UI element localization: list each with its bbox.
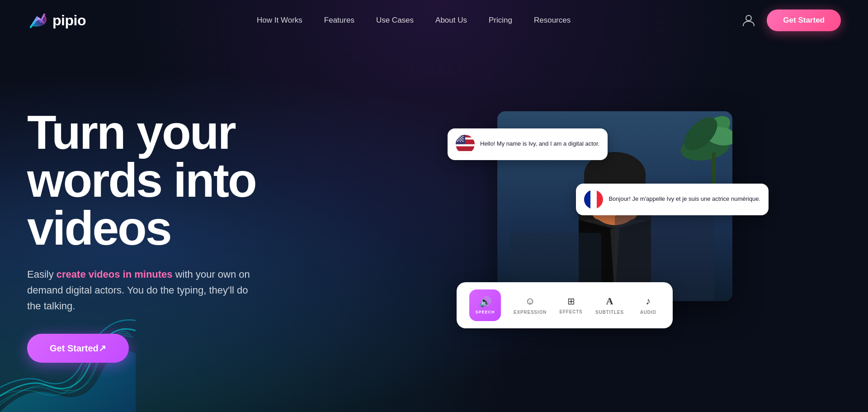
subtitles-label: SUBTITLES (595, 310, 624, 315)
hero-section: Turn your words into videos Easily creat… (0, 41, 868, 412)
audio-label: AUDIO (640, 310, 656, 315)
svg-point-26 (460, 136, 461, 137)
nav-use-cases[interactable]: Use Cases (376, 16, 414, 24)
nav-right: Get Started (741, 9, 841, 31)
expression-control[interactable]: ☺ EXPRESSION (514, 295, 547, 315)
expression-icon: ☺ (525, 295, 535, 307)
hero-cta-label: Get Started↗ (50, 343, 106, 354)
logo[interactable]: pipio (27, 10, 86, 31)
speech-button[interactable]: 🔊 SPEECH (469, 289, 501, 321)
svg-rect-22 (456, 151, 475, 154)
hero-cta-button[interactable]: Get Started↗ (27, 334, 129, 363)
hero-right: Hello! My name is Ivy, and I am a digita… (371, 50, 841, 412)
audio-icon: ♪ (646, 295, 651, 307)
hero-subtitle-before: Easily (27, 269, 57, 280)
expression-label: EXPRESSION (514, 310, 547, 315)
effects-label: EFFECTS (559, 309, 582, 314)
hero-subtitle-highlight: create videos in minutes (57, 269, 173, 280)
controls-bar: 🔊 SPEECH ☺ EXPRESSION ⊞ EFFECTS A SUBTIT… (457, 282, 673, 328)
hero-left: Turn your words into videos Easily creat… (27, 99, 371, 363)
hero-title-line1: Turn your (27, 105, 235, 159)
svg-point-32 (460, 140, 461, 141)
hero-title-line2: words into (27, 153, 256, 207)
speech-icon: 🔊 (479, 296, 491, 308)
svg-point-29 (460, 138, 461, 139)
logo-icon (27, 10, 48, 31)
us-flag (456, 135, 475, 154)
navbar: pipio How It Works Features Use Cases Ab… (0, 0, 868, 41)
svg-point-34 (458, 137, 459, 138)
hero-subtitle: Easily create videos in minutes with you… (27, 266, 253, 314)
nav-cta-button[interactable]: Get Started (767, 9, 841, 31)
svg-rect-20 (456, 144, 475, 147)
nav-about-us[interactable]: About Us (435, 16, 467, 24)
svg-point-25 (457, 136, 458, 137)
svg-point-30 (462, 138, 463, 139)
speech-label: SPEECH (475, 310, 495, 314)
svg-point-36 (458, 139, 459, 140)
bubble-french-content: Bonjour! Je m'appelle Ivy et je suis une… (609, 195, 760, 203)
nav-how-it-works[interactable]: How It Works (257, 16, 302, 24)
svg-point-37 (461, 139, 462, 140)
bubble-en-content: Hello! My name is Ivy, and I am a digita… (480, 140, 599, 148)
bubble-english: Hello! My name is Ivy, and I am a digita… (448, 128, 608, 160)
subtitles-icon: A (606, 295, 613, 307)
svg-rect-21 (456, 147, 475, 150)
nav-pricing[interactable]: Pricing (489, 16, 512, 24)
svg-point-28 (457, 138, 458, 139)
bubble-fr-text: Bonjour! Je m'appelle Ivy et je suis une… (609, 195, 760, 203)
subtitles-control[interactable]: A SUBTITLES (595, 295, 624, 315)
video-mockup: Hello! My name is Ivy, and I am a digita… (479, 111, 732, 365)
nav-features[interactable]: Features (324, 16, 354, 24)
fr-flag (584, 190, 603, 209)
svg-rect-40 (590, 190, 597, 209)
svg-rect-39 (584, 190, 590, 209)
hero-title: Turn your words into videos (27, 108, 371, 252)
bubble-french: Bonjour! Je m'appelle Ivy et je suis une… (576, 184, 769, 215)
svg-point-27 (462, 136, 463, 137)
audio-control[interactable]: ♪ AUDIO (637, 295, 660, 315)
svg-point-33 (462, 140, 463, 141)
effects-icon: ⊞ (567, 296, 575, 307)
svg-point-35 (461, 137, 462, 138)
hero-title-line3: videos (27, 201, 171, 255)
effects-control[interactable]: ⊞ EFFECTS (559, 296, 583, 314)
logo-text: pipio (52, 12, 86, 29)
svg-point-0 (746, 15, 751, 21)
user-icon[interactable] (741, 13, 756, 28)
nav-links: How It Works Features Use Cases About Us… (257, 16, 571, 25)
svg-point-31 (457, 140, 458, 141)
bubble-english-text: Hello! My name is Ivy, and I am a digita… (480, 140, 599, 148)
nav-resources[interactable]: Resources (534, 16, 571, 24)
